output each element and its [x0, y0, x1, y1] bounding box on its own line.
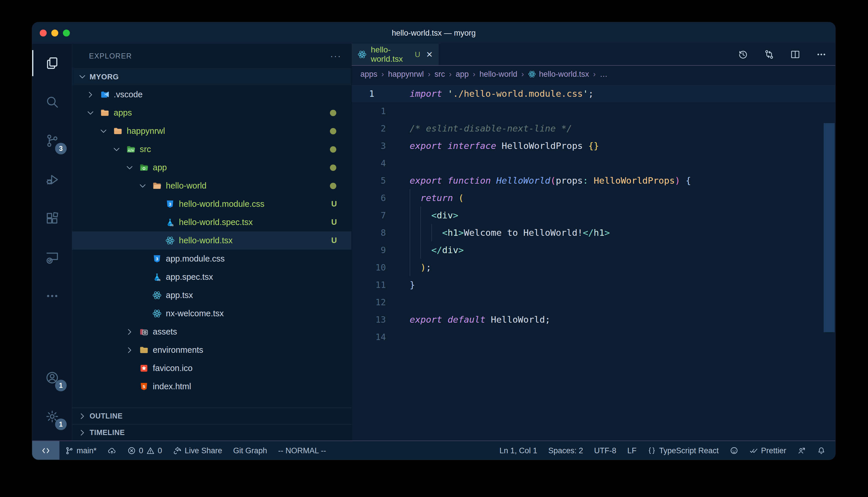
status-problems[interactable]: 00: [122, 441, 168, 460]
status-indentation[interactable]: Spaces: 2: [543, 441, 589, 460]
tree-item-environments[interactable]: environments: [72, 341, 352, 359]
git-modified-dot: [330, 128, 336, 134]
code-text: return (: [410, 193, 464, 203]
status-session[interactable]: [792, 441, 812, 460]
activity-settings[interactable]: 1: [32, 397, 72, 436]
close-tab-button[interactable]: ✕: [426, 50, 433, 59]
activity-search[interactable]: [32, 83, 72, 122]
activity-run-debug[interactable]: [32, 160, 72, 199]
code-text: export function HelloWorld(props: HelloW…: [410, 175, 691, 186]
tree-item-src[interactable]: </>src: [72, 140, 352, 158]
code-line[interactable]: 1: [352, 102, 835, 119]
tree-item-assets[interactable]: assets: [72, 323, 352, 341]
react-icon: [152, 309, 162, 318]
activity-source-control[interactable]: 3: [32, 122, 72, 160]
minimize-window-button[interactable]: [51, 30, 58, 37]
tree-item-label: environments: [153, 345, 203, 355]
workspace-section-header[interactable]: MYORG: [72, 68, 352, 85]
panel-timeline[interactable]: TIMELINE: [72, 424, 352, 441]
status-prettier[interactable]: Prettier: [744, 441, 792, 460]
zoom-window-button[interactable]: [63, 30, 70, 37]
code-text: <div>: [410, 210, 458, 221]
code-line[interactable]: 5export function HelloWorld(props: Hello…: [352, 172, 835, 189]
tree-item-happynrwl[interactable]: happynrwl: [72, 122, 352, 140]
status-cursor-position[interactable]: Ln 1, Col 1: [494, 441, 543, 460]
git-modified-dot: [330, 110, 336, 116]
status-git-graph[interactable]: Git Graph: [228, 441, 273, 460]
status-encoding[interactable]: UTF-8: [589, 441, 622, 460]
tree-item-nx-welcome-tsx[interactable]: nx-welcome.tsx: [72, 304, 352, 323]
code-line[interactable]: 8 <h1>Welcome to HelloWorld!</h1>: [352, 224, 835, 241]
chevron-down-icon: [99, 126, 108, 136]
status-settings-sync[interactable]: [102, 441, 122, 460]
error-icon: [127, 446, 136, 455]
tree-item-apps[interactable]: apps: [72, 104, 352, 122]
status-vim-mode[interactable]: -- NORMAL --: [273, 441, 331, 460]
tree-item-hello-world-module-css[interactable]: 3hello-world.module.cssU: [72, 195, 352, 213]
favicon-icon: [139, 364, 149, 373]
tree-item-label: assets: [153, 327, 177, 337]
status-feedback[interactable]: [724, 441, 744, 460]
status-language-mode[interactable]: TypeScript React: [642, 441, 724, 460]
activity-explorer[interactable]: [32, 44, 72, 83]
code-line[interactable]: 12: [352, 294, 835, 311]
more-actions-button[interactable]: [816, 49, 827, 60]
tab-hello-world-tsx[interactable]: hello-world.tsx U ✕: [352, 44, 439, 65]
code-line[interactable]: 11}: [352, 276, 835, 294]
tree-item-app-module-css[interactable]: 3app.module.css: [72, 250, 352, 268]
activity-remote-explorer[interactable]: [32, 238, 72, 276]
tree-item-hello-world-tsx[interactable]: hello-world.tsxU: [72, 231, 352, 250]
status-remote-indicator[interactable]: [32, 441, 59, 460]
panel-outline[interactable]: OUTLINE: [72, 408, 352, 424]
views-and-more-actions-button[interactable]: ···: [330, 51, 342, 61]
status-notifications[interactable]: [812, 441, 831, 460]
tree-item-favicon-ico[interactable]: favicon.ico: [72, 359, 352, 378]
activity-extensions[interactable]: [32, 199, 72, 238]
status-eol[interactable]: LF: [622, 441, 642, 460]
file-tree: .vscodeappshappynrwl</>srcapphello-world…: [72, 85, 352, 408]
breadcrumb-src[interactable]: src: [435, 70, 445, 79]
tree-item-index-html[interactable]: 5index.html: [72, 378, 352, 396]
code-line[interactable]: 13export default HelloWorld;: [352, 311, 835, 328]
breadcrumb-apps[interactable]: apps: [360, 70, 377, 79]
tree-item-hello-world[interactable]: hello-world: [72, 177, 352, 195]
breadcrumb--[interactable]: …: [600, 70, 608, 79]
breadcrumb-app[interactable]: app: [456, 70, 469, 79]
chevron-right-icon: [85, 90, 95, 100]
open-timeline-button[interactable]: [738, 49, 748, 60]
open-changes-button[interactable]: [764, 49, 774, 60]
status-git-branch[interactable]: main*: [59, 441, 102, 460]
code-text: <h1>Welcome to HelloWorld!</h1>: [410, 227, 610, 238]
breadcrumb-label: hello-world: [480, 70, 518, 79]
code-line[interactable]: 9 </div>: [352, 241, 835, 259]
breadcrumb-hello-world[interactable]: hello-world: [480, 70, 518, 79]
breadcrumb-label: app: [456, 70, 469, 79]
code-text: export interface HelloWorldProps {}: [410, 141, 599, 151]
code-line[interactable]: 10 );: [352, 259, 835, 276]
status-live-share[interactable]: Live Share: [168, 441, 228, 460]
breadcrumb-separator: ›: [428, 70, 430, 79]
code-line[interactable]: 2/* eslint-disable-next-line */: [352, 119, 835, 137]
tree-item-hello-world-spec-tsx[interactable]: TShello-world.spec.tsxU: [72, 213, 352, 231]
title-bar[interactable]: hello-world.tsx — myorg: [32, 22, 835, 44]
close-window-button[interactable]: [40, 30, 47, 37]
split-editor-button[interactable]: [790, 49, 800, 60]
code-line[interactable]: 7 <div>: [352, 207, 835, 224]
breadcrumb-happynrwl[interactable]: happynrwl: [388, 70, 424, 79]
tree-item-label: app: [153, 163, 167, 172]
code-line[interactable]: 4: [352, 154, 835, 172]
code-line[interactable]: 14: [352, 328, 835, 345]
workspace-name: MYORG: [89, 72, 119, 81]
breadcrumb-separator: ›: [449, 70, 452, 79]
code-line[interactable]: 6 return (: [352, 189, 835, 207]
breadcrumb-hello-world-tsx[interactable]: hello-world.tsx: [528, 70, 589, 79]
code-editor[interactable]: 1import './hello-world.module.css';12/* …: [352, 83, 835, 441]
tree-item-app-spec-tsx[interactable]: TSapp.spec.tsx: [72, 268, 352, 286]
tree-item-app[interactable]: app: [72, 158, 352, 177]
tree-item--vscode[interactable]: .vscode: [72, 85, 352, 104]
code-line[interactable]: 3export interface HelloWorldProps {}: [352, 137, 835, 154]
code-line-current[interactable]: 1import './hello-world.module.css';: [352, 85, 835, 102]
activity-accounts[interactable]: 1: [32, 358, 72, 397]
tree-item-app-tsx[interactable]: app.tsx: [72, 286, 352, 304]
activity-more-views[interactable]: [32, 276, 72, 315]
